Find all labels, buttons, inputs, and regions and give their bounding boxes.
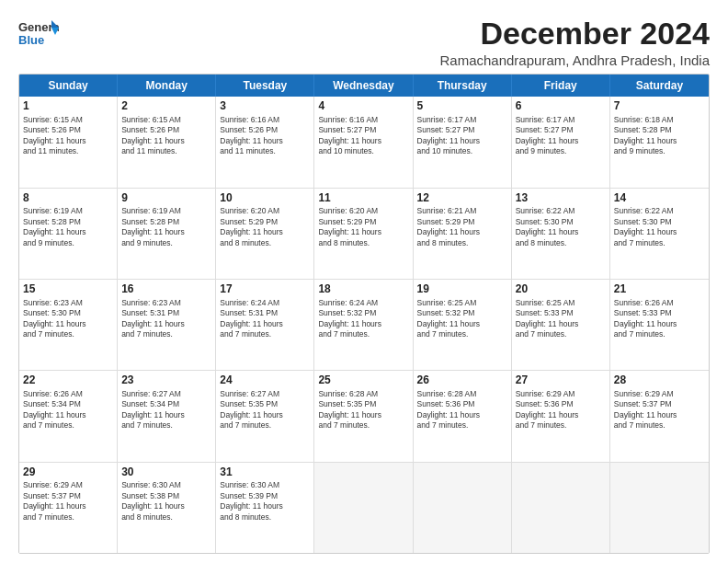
day-number: 4 [318,99,408,114]
calendar-header: SundayMondayTuesdayWednesdayThursdayFrid… [19,75,709,97]
day-number: 12 [417,191,507,206]
day-number: 20 [516,282,606,297]
day-number: 30 [121,465,211,480]
cell-content: Sunrise: 6:28 AMSunset: 5:35 PMDaylight:… [318,389,408,431]
calendar-body: 1Sunrise: 6:15 AMSunset: 5:26 PMDaylight… [19,97,709,553]
cell-content: Sunrise: 6:18 AMSunset: 5:28 PMDaylight:… [614,115,705,157]
cell-content: Sunrise: 6:24 AMSunset: 5:31 PMDaylight:… [220,298,310,340]
cell-content: Sunrise: 6:22 AMSunset: 5:30 PMDaylight:… [516,206,606,248]
cell-content: Sunrise: 6:24 AMSunset: 5:32 PMDaylight:… [318,298,408,340]
cell-content: Sunrise: 6:23 AMSunset: 5:30 PMDaylight:… [23,298,113,340]
day-number: 5 [417,99,507,114]
day-number: 8 [23,191,113,206]
cell-content: Sunrise: 6:22 AMSunset: 5:30 PMDaylight:… [614,206,705,248]
day-cell-13: 13Sunrise: 6:22 AMSunset: 5:30 PMDayligh… [512,189,610,279]
logo-icon: General Blue [18,17,59,50]
cell-content: Sunrise: 6:30 AMSunset: 5:39 PMDaylight:… [220,480,310,523]
day-number: 28 [614,373,705,388]
day-cell-5: 5Sunrise: 6:17 AMSunset: 5:27 PMDaylight… [414,97,512,187]
cell-content: Sunrise: 6:15 AMSunset: 5:26 PMDaylight:… [121,115,211,157]
calendar-row-1: 8Sunrise: 6:19 AMSunset: 5:28 PMDaylight… [19,189,709,280]
cell-content: Sunrise: 6:20 AMSunset: 5:29 PMDaylight:… [318,206,408,248]
day-number: 15 [23,282,113,297]
day-cell-20: 20Sunrise: 6:25 AMSunset: 5:33 PMDayligh… [512,280,610,370]
header-day-sunday: Sunday [19,75,118,97]
day-cell-24: 24Sunrise: 6:27 AMSunset: 5:35 PMDayligh… [216,371,314,461]
cell-content: Sunrise: 6:29 AMSunset: 5:37 PMDaylight:… [23,480,113,523]
cell-content: Sunrise: 6:21 AMSunset: 5:29 PMDaylight:… [417,206,507,248]
day-cell-17: 17Sunrise: 6:24 AMSunset: 5:31 PMDayligh… [216,280,314,370]
cell-content: Sunrise: 6:28 AMSunset: 5:36 PMDaylight:… [417,389,507,431]
day-number: 10 [220,191,310,206]
day-cell-16: 16Sunrise: 6:23 AMSunset: 5:31 PMDayligh… [118,280,216,370]
day-cell-27: 27Sunrise: 6:29 AMSunset: 5:36 PMDayligh… [512,371,610,461]
cell-content: Sunrise: 6:25 AMSunset: 5:32 PMDaylight:… [417,298,507,340]
day-cell-4: 4Sunrise: 6:16 AMSunset: 5:27 PMDaylight… [314,97,413,187]
header-day-saturday: Saturday [610,75,709,97]
day-cell-22: 22Sunrise: 6:26 AMSunset: 5:34 PMDayligh… [19,371,118,461]
day-number: 23 [121,373,211,388]
cell-content: Sunrise: 6:17 AMSunset: 5:27 PMDaylight:… [516,115,606,157]
day-number: 1 [23,99,113,114]
empty-cell [610,463,709,553]
day-cell-23: 23Sunrise: 6:27 AMSunset: 5:34 PMDayligh… [118,371,216,461]
day-cell-15: 15Sunrise: 6:23 AMSunset: 5:30 PMDayligh… [19,280,118,370]
day-cell-29: 29Sunrise: 6:29 AMSunset: 5:37 PMDayligh… [19,463,118,553]
day-number: 6 [516,99,606,114]
cell-content: Sunrise: 6:29 AMSunset: 5:36 PMDaylight:… [516,389,606,431]
svg-text:Blue: Blue [18,33,44,47]
day-number: 3 [220,99,310,114]
day-number: 18 [318,282,408,297]
calendar: SundayMondayTuesdayWednesdayThursdayFrid… [18,74,710,554]
day-cell-10: 10Sunrise: 6:20 AMSunset: 5:29 PMDayligh… [216,189,314,279]
day-number: 16 [121,282,211,297]
calendar-row-4: 29Sunrise: 6:29 AMSunset: 5:37 PMDayligh… [19,463,709,553]
day-number: 27 [516,373,606,388]
day-number: 25 [318,373,408,388]
header-day-friday: Friday [512,75,610,97]
cell-content: Sunrise: 6:30 AMSunset: 5:38 PMDaylight:… [121,480,211,523]
day-cell-30: 30Sunrise: 6:30 AMSunset: 5:38 PMDayligh… [118,463,216,553]
day-cell-7: 7Sunrise: 6:18 AMSunset: 5:28 PMDaylight… [610,97,709,187]
day-cell-26: 26Sunrise: 6:28 AMSunset: 5:36 PMDayligh… [414,371,512,461]
page: General Blue December 2024 Ramachandrapu… [0,0,728,563]
day-cell-19: 19Sunrise: 6:25 AMSunset: 5:32 PMDayligh… [414,280,512,370]
day-cell-18: 18Sunrise: 6:24 AMSunset: 5:32 PMDayligh… [314,280,413,370]
cell-content: Sunrise: 6:26 AMSunset: 5:33 PMDaylight:… [614,298,705,340]
day-number: 13 [516,191,606,206]
day-number: 19 [417,282,507,297]
cell-content: Sunrise: 6:17 AMSunset: 5:27 PMDaylight:… [417,115,507,157]
day-cell-9: 9Sunrise: 6:19 AMSunset: 5:28 PMDaylight… [118,189,216,279]
day-cell-25: 25Sunrise: 6:28 AMSunset: 5:35 PMDayligh… [314,371,413,461]
day-number: 11 [318,191,408,206]
day-number: 31 [220,465,310,480]
calendar-row-0: 1Sunrise: 6:15 AMSunset: 5:26 PMDaylight… [19,97,709,188]
day-number: 21 [614,282,705,297]
header-day-monday: Monday [118,75,216,97]
calendar-row-2: 15Sunrise: 6:23 AMSunset: 5:30 PMDayligh… [19,280,709,371]
day-cell-2: 2Sunrise: 6:15 AMSunset: 5:26 PMDaylight… [118,97,216,187]
day-cell-12: 12Sunrise: 6:21 AMSunset: 5:29 PMDayligh… [414,189,512,279]
day-cell-3: 3Sunrise: 6:16 AMSunset: 5:26 PMDaylight… [216,97,314,187]
day-number: 26 [417,373,507,388]
day-cell-14: 14Sunrise: 6:22 AMSunset: 5:30 PMDayligh… [610,189,709,279]
header: General Blue December 2024 Ramachandrapu… [18,17,710,68]
cell-content: Sunrise: 6:16 AMSunset: 5:27 PMDaylight:… [318,115,408,157]
day-number: 22 [23,373,113,388]
cell-content: Sunrise: 6:19 AMSunset: 5:28 PMDaylight:… [121,206,211,248]
cell-content: Sunrise: 6:20 AMSunset: 5:29 PMDaylight:… [220,206,310,248]
header-day-tuesday: Tuesday [216,75,314,97]
calendar-row-3: 22Sunrise: 6:26 AMSunset: 5:34 PMDayligh… [19,371,709,462]
cell-content: Sunrise: 6:25 AMSunset: 5:33 PMDaylight:… [516,298,606,340]
day-cell-11: 11Sunrise: 6:20 AMSunset: 5:29 PMDayligh… [314,189,413,279]
day-number: 9 [121,191,211,206]
empty-cell [512,463,610,553]
cell-content: Sunrise: 6:23 AMSunset: 5:31 PMDaylight:… [121,298,211,340]
day-number: 7 [614,99,705,114]
day-cell-21: 21Sunrise: 6:26 AMSunset: 5:33 PMDayligh… [610,280,709,370]
month-title: December 2024 [439,17,710,51]
day-number: 24 [220,373,310,388]
subtitle: Ramachandrapuram, Andhra Pradesh, India [439,52,710,68]
day-number: 14 [614,191,705,206]
day-cell-6: 6Sunrise: 6:17 AMSunset: 5:27 PMDaylight… [512,97,610,187]
